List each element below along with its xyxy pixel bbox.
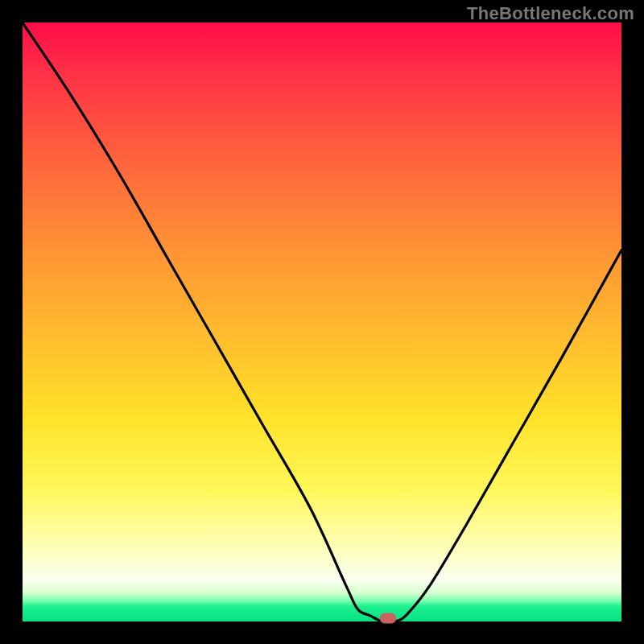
bottleneck-curve bbox=[23, 23, 621, 621]
minimum-marker bbox=[380, 613, 396, 624]
chart-frame: TheBottleneck.com bbox=[0, 0, 644, 644]
curve-path bbox=[23, 23, 621, 621]
watermark-text: TheBottleneck.com bbox=[467, 3, 634, 24]
plot-area bbox=[23, 23, 621, 621]
